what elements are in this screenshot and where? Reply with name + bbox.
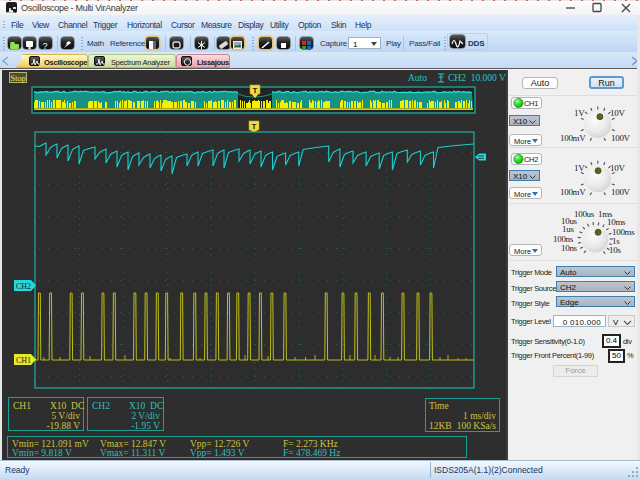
svg-text:CH2: CH2 <box>16 282 31 291</box>
svg-text:CH1: CH1 <box>16 356 31 365</box>
svg-text:T: T <box>252 122 257 131</box>
svg-text:T: T <box>253 86 258 95</box>
